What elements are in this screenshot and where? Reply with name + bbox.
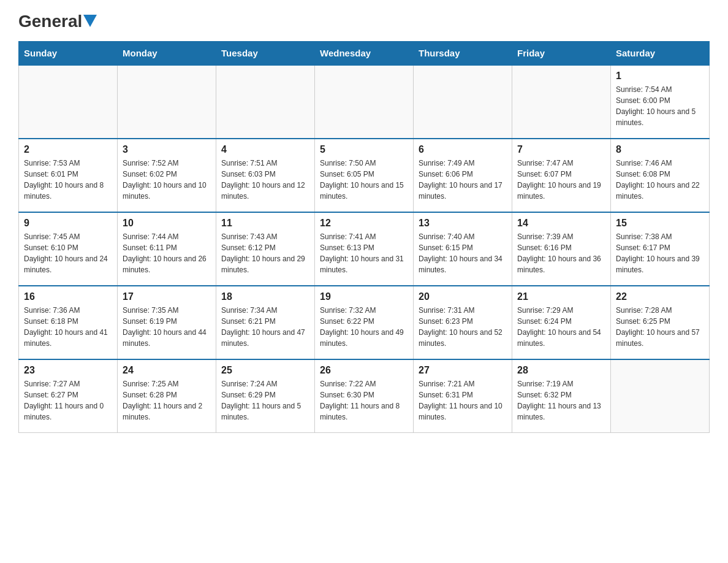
weekday-header-row: SundayMondayTuesdayWednesdayThursdayFrid… xyxy=(19,41,710,65)
weekday-header-thursday: Thursday xyxy=(414,41,512,65)
day-number: 27 xyxy=(419,365,507,376)
day-number: 21 xyxy=(517,291,605,302)
day-info: Sunrise: 7:31 AMSunset: 6:23 PMDaylight:… xyxy=(419,305,507,349)
weekday-header-saturday: Saturday xyxy=(611,41,710,65)
week-row-3: 9Sunrise: 7:45 AMSunset: 6:10 PMDaylight… xyxy=(19,212,710,286)
day-info: Sunrise: 7:43 AMSunset: 6:12 PMDaylight:… xyxy=(221,231,309,275)
day-number: 19 xyxy=(320,291,408,302)
day-info: Sunrise: 7:39 AMSunset: 6:16 PMDaylight:… xyxy=(517,231,605,275)
weekday-header-wednesday: Wednesday xyxy=(315,41,414,65)
day-info: Sunrise: 7:28 AMSunset: 6:25 PMDaylight:… xyxy=(616,305,704,349)
day-number: 20 xyxy=(419,291,507,302)
calendar-cell xyxy=(216,65,315,139)
week-row-2: 2Sunrise: 7:53 AMSunset: 6:01 PMDaylight… xyxy=(19,139,710,212)
day-number: 12 xyxy=(320,218,408,229)
day-info: Sunrise: 7:46 AMSunset: 6:08 PMDaylight:… xyxy=(616,158,704,202)
calendar-cell: 19Sunrise: 7:32 AMSunset: 6:22 PMDayligh… xyxy=(315,286,414,359)
logo-triangle-icon xyxy=(83,15,97,27)
day-info: Sunrise: 7:54 AMSunset: 6:00 PMDaylight:… xyxy=(616,84,704,128)
day-info: Sunrise: 7:36 AMSunset: 6:18 PMDaylight:… xyxy=(24,305,112,349)
day-number: 13 xyxy=(419,218,507,229)
calendar-cell: 21Sunrise: 7:29 AMSunset: 6:24 PMDayligh… xyxy=(512,286,611,359)
day-number: 6 xyxy=(419,144,507,155)
day-info: Sunrise: 7:41 AMSunset: 6:13 PMDaylight:… xyxy=(320,231,408,275)
day-info: Sunrise: 7:38 AMSunset: 6:17 PMDaylight:… xyxy=(616,231,704,275)
day-info: Sunrise: 7:32 AMSunset: 6:22 PMDaylight:… xyxy=(320,305,408,349)
day-info: Sunrise: 7:24 AMSunset: 6:29 PMDaylight:… xyxy=(221,378,309,423)
calendar-cell: 20Sunrise: 7:31 AMSunset: 6:23 PMDayligh… xyxy=(414,286,512,359)
day-info: Sunrise: 7:45 AMSunset: 6:10 PMDaylight:… xyxy=(24,231,112,275)
calendar-cell: 14Sunrise: 7:39 AMSunset: 6:16 PMDayligh… xyxy=(512,212,611,286)
day-info: Sunrise: 7:25 AMSunset: 6:28 PMDaylight:… xyxy=(123,378,211,423)
calendar-cell: 10Sunrise: 7:44 AMSunset: 6:11 PMDayligh… xyxy=(118,212,216,286)
day-number: 16 xyxy=(24,291,112,302)
day-number: 18 xyxy=(221,291,309,302)
day-info: Sunrise: 7:29 AMSunset: 6:24 PMDaylight:… xyxy=(517,305,605,349)
calendar-cell: 15Sunrise: 7:38 AMSunset: 6:17 PMDayligh… xyxy=(611,212,710,286)
calendar-cell xyxy=(19,65,118,139)
calendar-cell: 1Sunrise: 7:54 AMSunset: 6:00 PMDaylight… xyxy=(611,65,710,139)
page-header: General xyxy=(18,12,710,31)
calendar-cell: 28Sunrise: 7:19 AMSunset: 6:32 PMDayligh… xyxy=(512,359,611,433)
weekday-header-sunday: Sunday xyxy=(19,41,118,65)
day-number: 11 xyxy=(221,218,309,229)
calendar-cell: 23Sunrise: 7:27 AMSunset: 6:27 PMDayligh… xyxy=(19,359,118,433)
calendar-cell: 16Sunrise: 7:36 AMSunset: 6:18 PMDayligh… xyxy=(19,286,118,359)
calendar-cell: 17Sunrise: 7:35 AMSunset: 6:19 PMDayligh… xyxy=(118,286,216,359)
weekday-header-tuesday: Tuesday xyxy=(216,41,315,65)
calendar-cell: 2Sunrise: 7:53 AMSunset: 6:01 PMDaylight… xyxy=(19,139,118,212)
calendar-cell xyxy=(611,359,710,433)
day-info: Sunrise: 7:52 AMSunset: 6:02 PMDaylight:… xyxy=(123,158,211,202)
calendar-cell xyxy=(414,65,512,139)
calendar-cell: 4Sunrise: 7:51 AMSunset: 6:03 PMDaylight… xyxy=(216,139,315,212)
day-number: 5 xyxy=(320,144,408,155)
calendar-cell xyxy=(512,65,611,139)
day-number: 8 xyxy=(616,144,704,155)
calendar-cell: 25Sunrise: 7:24 AMSunset: 6:29 PMDayligh… xyxy=(216,359,315,433)
calendar-cell: 18Sunrise: 7:34 AMSunset: 6:21 PMDayligh… xyxy=(216,286,315,359)
week-row-1: 1Sunrise: 7:54 AMSunset: 6:00 PMDaylight… xyxy=(19,65,710,139)
day-info: Sunrise: 7:27 AMSunset: 6:27 PMDaylight:… xyxy=(24,378,112,423)
calendar-cell xyxy=(315,65,414,139)
day-number: 24 xyxy=(123,365,211,376)
day-info: Sunrise: 7:49 AMSunset: 6:06 PMDaylight:… xyxy=(419,158,507,202)
day-number: 4 xyxy=(221,144,309,155)
day-info: Sunrise: 7:44 AMSunset: 6:11 PMDaylight:… xyxy=(123,231,211,275)
calendar-cell: 27Sunrise: 7:21 AMSunset: 6:31 PMDayligh… xyxy=(414,359,512,433)
day-number: 2 xyxy=(24,144,112,155)
calendar-cell: 8Sunrise: 7:46 AMSunset: 6:08 PMDaylight… xyxy=(611,139,710,212)
calendar-cell: 12Sunrise: 7:41 AMSunset: 6:13 PMDayligh… xyxy=(315,212,414,286)
calendar-cell: 22Sunrise: 7:28 AMSunset: 6:25 PMDayligh… xyxy=(611,286,710,359)
day-info: Sunrise: 7:53 AMSunset: 6:01 PMDaylight:… xyxy=(24,158,112,202)
calendar-cell: 7Sunrise: 7:47 AMSunset: 6:07 PMDaylight… xyxy=(512,139,611,212)
day-number: 9 xyxy=(24,218,112,229)
calendar-cell: 11Sunrise: 7:43 AMSunset: 6:12 PMDayligh… xyxy=(216,212,315,286)
day-number: 25 xyxy=(221,365,309,376)
calendar-cell: 6Sunrise: 7:49 AMSunset: 6:06 PMDaylight… xyxy=(414,139,512,212)
logo: General xyxy=(18,12,97,31)
week-row-4: 16Sunrise: 7:36 AMSunset: 6:18 PMDayligh… xyxy=(19,286,710,359)
svg-marker-0 xyxy=(83,15,97,27)
day-info: Sunrise: 7:34 AMSunset: 6:21 PMDaylight:… xyxy=(221,305,309,349)
day-info: Sunrise: 7:19 AMSunset: 6:32 PMDaylight:… xyxy=(517,378,605,423)
day-info: Sunrise: 7:50 AMSunset: 6:05 PMDaylight:… xyxy=(320,158,408,202)
day-number: 15 xyxy=(616,218,704,229)
day-info: Sunrise: 7:40 AMSunset: 6:15 PMDaylight:… xyxy=(419,231,507,275)
calendar-cell: 3Sunrise: 7:52 AMSunset: 6:02 PMDaylight… xyxy=(118,139,216,212)
calendar-cell: 9Sunrise: 7:45 AMSunset: 6:10 PMDaylight… xyxy=(19,212,118,286)
calendar-cell: 24Sunrise: 7:25 AMSunset: 6:28 PMDayligh… xyxy=(118,359,216,433)
weekday-header-monday: Monday xyxy=(118,41,216,65)
day-info: Sunrise: 7:35 AMSunset: 6:19 PMDaylight:… xyxy=(123,305,211,349)
day-info: Sunrise: 7:21 AMSunset: 6:31 PMDaylight:… xyxy=(419,378,507,423)
calendar-cell: 5Sunrise: 7:50 AMSunset: 6:05 PMDaylight… xyxy=(315,139,414,212)
day-info: Sunrise: 7:22 AMSunset: 6:30 PMDaylight:… xyxy=(320,378,408,423)
day-number: 28 xyxy=(517,365,605,376)
calendar-cell xyxy=(118,65,216,139)
calendar-cell: 13Sunrise: 7:40 AMSunset: 6:15 PMDayligh… xyxy=(414,212,512,286)
day-number: 22 xyxy=(616,291,704,302)
calendar-table: SundayMondayTuesdayWednesdayThursdayFrid… xyxy=(18,41,710,434)
day-number: 17 xyxy=(123,291,211,302)
week-row-5: 23Sunrise: 7:27 AMSunset: 6:27 PMDayligh… xyxy=(19,359,710,433)
day-number: 14 xyxy=(517,218,605,229)
day-number: 3 xyxy=(123,144,211,155)
